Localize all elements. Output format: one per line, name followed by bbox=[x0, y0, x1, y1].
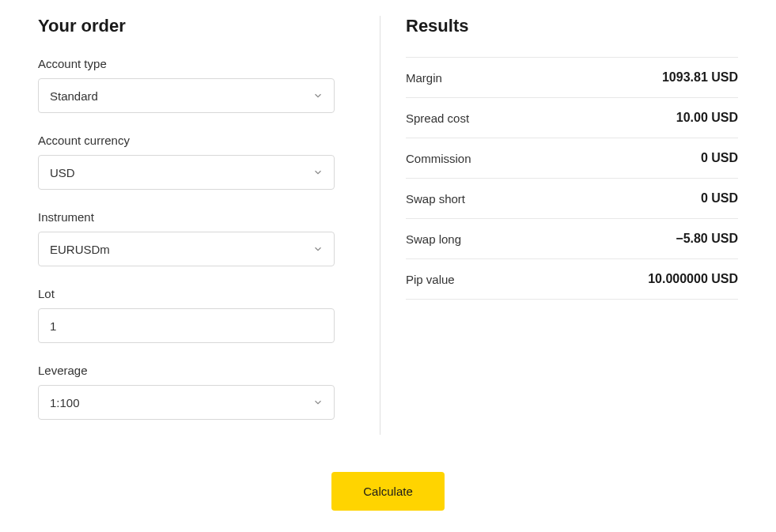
instrument-label: Instrument bbox=[38, 210, 335, 224]
vertical-divider bbox=[380, 16, 380, 435]
leverage-select[interactable]: 1:100 bbox=[38, 385, 335, 420]
account-type-label: Account type bbox=[38, 57, 335, 70]
result-label: Pip value bbox=[406, 273, 455, 286]
lot-input[interactable] bbox=[38, 308, 335, 343]
instrument-select[interactable]: EURUSDm bbox=[38, 232, 335, 266]
result-label: Swap long bbox=[406, 232, 461, 246]
result-value: 10.00 USD bbox=[676, 111, 738, 125]
result-row-swap-long: Swap long −5.80 USD bbox=[406, 219, 738, 259]
leverage-group: Leverage 1:100 bbox=[38, 364, 335, 420]
account-currency-label: Account currency bbox=[38, 134, 335, 147]
result-row-margin: Margin 1093.81 USD bbox=[406, 57, 738, 98]
leverage-label: Leverage bbox=[38, 364, 335, 377]
result-label: Spread cost bbox=[406, 111, 469, 125]
order-panel: Your order Account type Standard Account… bbox=[38, 16, 362, 440]
results-panel: Results Margin 1093.81 USD Spread cost 1… bbox=[406, 16, 738, 440]
calculate-button[interactable]: Calculate bbox=[331, 472, 445, 511]
result-row-swap-short: Swap short 0 USD bbox=[406, 179, 738, 219]
account-type-group: Account type Standard bbox=[38, 57, 335, 113]
order-title: Your order bbox=[38, 16, 335, 36]
instrument-group: Instrument EURUSDm bbox=[38, 210, 335, 266]
result-value: 0 USD bbox=[701, 151, 738, 165]
result-label: Commission bbox=[406, 152, 471, 165]
account-currency-select[interactable]: USD bbox=[38, 155, 335, 190]
result-label: Swap short bbox=[406, 192, 465, 206]
result-value: 10.000000 USD bbox=[648, 272, 738, 286]
result-value: −5.80 USD bbox=[676, 232, 738, 246]
result-row-pip-value: Pip value 10.000000 USD bbox=[406, 259, 738, 300]
result-row-spread: Spread cost 10.00 USD bbox=[406, 98, 738, 138]
results-title: Results bbox=[406, 16, 738, 36]
result-label: Margin bbox=[406, 71, 442, 85]
lot-group: Lot bbox=[38, 287, 335, 343]
account-type-select[interactable]: Standard bbox=[38, 78, 335, 113]
lot-label: Lot bbox=[38, 287, 335, 300]
result-value: 1093.81 USD bbox=[662, 70, 738, 85]
result-row-commission: Commission 0 USD bbox=[406, 138, 738, 179]
result-value: 0 USD bbox=[701, 191, 738, 206]
account-currency-group: Account currency USD bbox=[38, 134, 335, 190]
